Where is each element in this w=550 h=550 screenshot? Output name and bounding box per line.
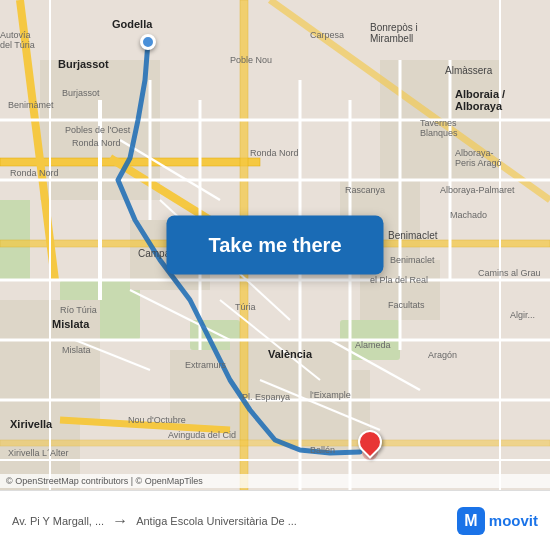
bottom-bar: Av. Pi Y Margall, ... → Antiga Escola Un… [0, 490, 550, 550]
destination-marker [358, 430, 382, 460]
osm-credit: © OpenStreetMap contributors | © OpenMap… [0, 474, 550, 488]
moovit-logo: M moovit [457, 507, 538, 535]
route-info: Av. Pi Y Margall, ... → Antiga Escola Un… [12, 512, 449, 530]
moovit-icon: M [457, 507, 485, 535]
moovit-text: moovit [489, 512, 538, 529]
route-arrow-icon: → [112, 512, 128, 530]
take-me-there-button[interactable]: Take me there [166, 216, 383, 275]
route-origin: Av. Pi Y Margall, ... [12, 515, 104, 527]
moovit-brand: moovit [489, 512, 538, 529]
map-container: Godella Burjassot Burjassot Bonrepòs iMi… [0, 0, 550, 490]
route-destination: Antiga Escola Universitària De ... [136, 515, 297, 527]
origin-marker [140, 34, 156, 50]
